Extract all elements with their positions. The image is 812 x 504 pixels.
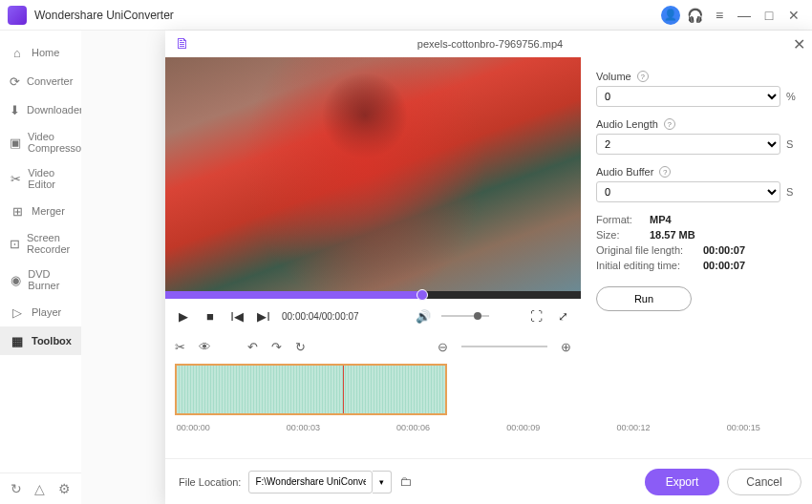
- unit-label: S: [786, 186, 800, 198]
- file-location-label: File Location:: [179, 476, 241, 488]
- minimize-button[interactable]: —: [734, 5, 755, 26]
- editor-modal: 🗎 pexels-cottonbro-7969756.mp4 ✕ ▶ ■ I◀ …: [165, 31, 812, 504]
- sidebar-item-converter[interactable]: ⟳Converter: [0, 67, 81, 95]
- sidebar-item-merger[interactable]: ⊞Merger: [0, 197, 81, 225]
- fullscreen-button[interactable]: ⤢: [554, 307, 571, 325]
- refresh-icon[interactable]: ↻: [11, 481, 22, 496]
- sidebar-item-label: Video Editor: [28, 167, 72, 190]
- export-button[interactable]: Export: [645, 469, 719, 495]
- open-folder-button[interactable]: 🗀: [399, 474, 412, 489]
- content-area: tor aits ence und. data etadata CD. 🗎 pe…: [81, 31, 812, 504]
- edit-toolbar: ✂ 👁 ↶ ↷ ↻ ⊖ ⊕: [165, 333, 581, 360]
- settings-icon[interactable]: ⚙: [58, 481, 71, 496]
- stop-button[interactable]: ■: [202, 307, 219, 325]
- volume-label: Volume: [596, 71, 631, 82]
- reset-icon[interactable]: ↻: [295, 340, 306, 354]
- orig-length-value: 00:00:07: [703, 244, 745, 256]
- sidebar-item-toolbox[interactable]: ▦Toolbox: [0, 326, 81, 355]
- modal-close-button[interactable]: ✕: [793, 35, 805, 53]
- playhead[interactable]: [343, 364, 344, 413]
- undo-icon[interactable]: ↶: [247, 340, 258, 354]
- compressor-icon: ▣: [10, 135, 21, 150]
- audio-length-select[interactable]: 2: [596, 134, 780, 155]
- ruler-tick: 00:00:00: [177, 423, 210, 432]
- titlebar: Wondershare UniConverter 👤 🎧 ≡ — □ ✕: [0, 0, 812, 31]
- prev-frame-button[interactable]: I◀: [228, 307, 246, 325]
- file-location-input[interactable]: [248, 471, 373, 494]
- scissors-icon: ✂: [10, 171, 21, 186]
- maximize-button[interactable]: □: [759, 5, 780, 26]
- user-icon[interactable]: 👤: [661, 6, 680, 25]
- merger-icon: ⊞: [10, 203, 25, 219]
- settings-panel: Volume? 0% Audio Length? 2S Audio Buffer…: [581, 57, 812, 458]
- help-icon[interactable]: ?: [659, 166, 671, 178]
- eye-icon[interactable]: 👁: [199, 340, 211, 354]
- audio-length-label: Audio Length: [596, 118, 658, 130]
- format-label: Format:: [596, 214, 644, 225]
- player-icon: ▷: [10, 304, 25, 320]
- redo-icon[interactable]: ↷: [271, 340, 282, 354]
- headset-icon[interactable]: 🎧: [684, 5, 705, 26]
- timecode: 00:00:04/00:00:07: [282, 311, 359, 322]
- app-title: Wondershare UniConverter: [34, 9, 657, 22]
- sidebar-item-label: Toolbox: [32, 335, 72, 346]
- sidebar-item-recorder[interactable]: ⊡Screen Recorder: [0, 225, 81, 262]
- sidebar-item-label: Merger: [32, 205, 65, 217]
- help-icon[interactable]: ?: [664, 118, 675, 130]
- edit-time-label: Initial editing time:: [596, 260, 697, 271]
- orig-length-label: Original file length:: [596, 244, 697, 256]
- help-icon[interactable]: ?: [637, 71, 649, 82]
- home-icon: ⌂: [10, 45, 25, 60]
- location-dropdown-button[interactable]: ▾: [373, 471, 392, 494]
- sidebar: ⌂Home ⟳Converter ⬇Downloader ▣Video Comp…: [0, 31, 81, 504]
- app-logo: [8, 6, 27, 25]
- audio-buffer-select[interactable]: 0: [596, 181, 780, 202]
- run-button[interactable]: Run: [596, 286, 692, 311]
- sidebar-item-label: DVD Burner: [28, 268, 72, 291]
- sidebar-bottom: ↻ △ ⚙: [0, 472, 81, 504]
- sidebar-item-home[interactable]: ⌂Home: [0, 38, 81, 67]
- next-frame-button[interactable]: ▶I: [255, 307, 272, 325]
- dvd-icon: ◉: [10, 272, 21, 287]
- sidebar-item-label: Converter: [27, 75, 73, 87]
- download-icon: ⬇: [10, 102, 20, 117]
- ruler-tick: 00:00:12: [616, 423, 650, 432]
- play-button[interactable]: ▶: [175, 307, 192, 325]
- video-progress[interactable]: [165, 291, 581, 299]
- zoom-slider[interactable]: [461, 346, 547, 347]
- ruler-tick: 00:00:09: [506, 423, 540, 432]
- sidebar-item-compressor[interactable]: ▣Video Compressor: [0, 124, 81, 160]
- volume-icon[interactable]: 🔊: [415, 307, 432, 325]
- sidebar-item-label: Player: [32, 306, 61, 318]
- ruler-tick: 00:00:15: [727, 423, 760, 432]
- sidebar-item-player[interactable]: ▷Player: [0, 298, 81, 326]
- sidebar-item-dvd[interactable]: ◉DVD Burner: [0, 262, 81, 298]
- format-value: MP4: [650, 214, 672, 225]
- bell-icon[interactable]: △: [34, 481, 45, 496]
- zoom-out-icon[interactable]: ⊖: [438, 340, 448, 354]
- zoom-in-icon[interactable]: ⊕: [561, 340, 571, 354]
- edit-time-value: 00:00:07: [703, 260, 745, 271]
- file-add-icon[interactable]: 🗎: [175, 35, 192, 52]
- size-label: Size:: [596, 229, 644, 241]
- unit-label: S: [786, 138, 800, 150]
- volume-select[interactable]: 0: [596, 86, 780, 107]
- video-preview[interactable]: [165, 57, 581, 291]
- audio-buffer-label: Audio Buffer: [596, 166, 653, 178]
- filename-label: pexels-cottonbro-7969756.mp4: [417, 38, 563, 50]
- volume-slider[interactable]: [441, 315, 489, 317]
- modal-footer: File Location: ▾ 🗀 Export Cancel: [165, 458, 812, 504]
- sidebar-item-label: Video Compressor: [28, 131, 85, 154]
- toolbox-icon: ▦: [10, 333, 25, 348]
- waveform[interactable]: [175, 364, 447, 415]
- cut-icon[interactable]: ✂: [175, 340, 185, 354]
- cancel-button[interactable]: Cancel: [727, 469, 801, 495]
- sidebar-item-label: Downloader: [27, 104, 83, 116]
- size-value: 18.57 MB: [650, 229, 695, 241]
- sidebar-item-downloader[interactable]: ⬇Downloader: [0, 95, 81, 124]
- sidebar-item-editor[interactable]: ✂Video Editor: [0, 160, 81, 197]
- recorder-icon: ⊡: [10, 236, 20, 251]
- close-button[interactable]: ✕: [783, 5, 804, 26]
- snapshot-button[interactable]: ⛶: [527, 307, 545, 325]
- menu-icon[interactable]: ≡: [709, 5, 730, 26]
